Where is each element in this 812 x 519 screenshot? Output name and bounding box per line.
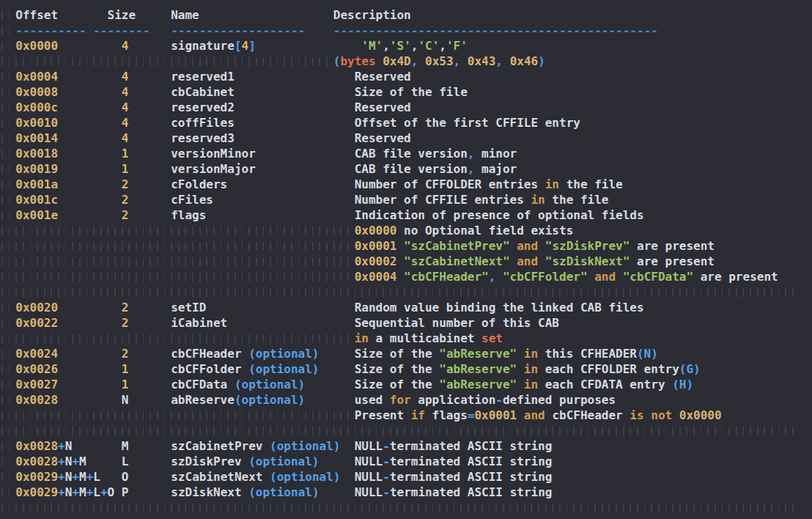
text-segment: 0x0000 4 (15, 39, 128, 53)
text-segment: set (481, 331, 503, 345)
text-segment (644, 408, 652, 422)
text-segment: no Optional field exists (396, 224, 573, 238)
text-segment: 0x001a 2 (15, 177, 128, 191)
text-segment: ) (538, 54, 545, 68)
whitespace-ticks (1, 470, 15, 484)
line: 0x0014 4 reserved3 Reserved (1, 130, 812, 146)
text-segment: M L szDiskPrev (79, 454, 248, 468)
text-segment: reserved2 Reserved (128, 100, 410, 114)
whitespace-ticks (1, 285, 800, 299)
text-segment: each CFDATA entry (538, 378, 672, 391)
text-segment (538, 254, 545, 268)
text-segment: (optional) (248, 347, 319, 361)
line: 0x0002 "szCabinetNext" and "szDiskNext" … (1, 254, 812, 269)
line: 0x000c 4 reserved2 Reserved (1, 100, 812, 115)
text-segment: L (93, 485, 100, 499)
text-segment: cbCFData (128, 378, 235, 391)
text-segment: + (58, 485, 65, 499)
text-segment: ---------- -------- ------------------- … (15, 23, 658, 37)
whitespace-ticks (1, 8, 15, 22)
text-segment: 'M' (361, 39, 383, 53)
line: 0x0000 no Optional field exists (1, 223, 812, 238)
text-segment: flags (425, 408, 468, 422)
line: 0x0022 2 iCabinet Sequential number of t… (1, 315, 812, 331)
text-segment (517, 378, 524, 391)
text-segment: , (411, 39, 418, 53)
line: ---------- -------- ------------------- … (1, 23, 812, 38)
text-segment: application (411, 393, 496, 407)
text-segment: , (468, 162, 475, 176)
text-segment: are present (630, 254, 715, 268)
text-segment: terminated ASCII string (390, 454, 553, 468)
text-segment: 0x0000 (679, 408, 722, 422)
line: 0x0026 1 cbCFFolder (optional) Size of t… (1, 361, 812, 377)
text-segment: "abReserve" (439, 378, 517, 391)
whitespace-ticks (1, 424, 800, 438)
text-segment: , (489, 270, 496, 284)
text-segment: , (495, 54, 503, 68)
line: 0x0028+N+M L szDiskPrev (optional) NULL-… (1, 454, 812, 469)
text-segment: 0x0024 2 (15, 347, 128, 361)
text-segment: major (474, 162, 517, 176)
text-segment: N (65, 454, 73, 468)
text-segment: + (72, 454, 79, 468)
whitespace-ticks (1, 347, 15, 361)
text-segment: Size of the (319, 362, 439, 376)
text-segment: 0x0004 4 (15, 70, 128, 84)
text-segment: 0x0027 1 (15, 378, 128, 391)
text-segment: 0x0001 (355, 239, 397, 253)
text-segment: (optional) (235, 378, 305, 391)
text-segment: iCabinet Sequential number of this CAB (128, 316, 559, 330)
text-segment: [ (235, 39, 242, 53)
text-segment: 0x0029 (15, 485, 58, 499)
whitespace-ticks (1, 485, 15, 499)
text-segment: 0x0008 4 (15, 85, 128, 99)
text-segment: "cbCFFolder" (503, 270, 588, 284)
line: 0x0027 1 cbCFData (optional) Size of the… (1, 377, 812, 392)
text-segment: (optional) (270, 470, 340, 484)
text-segment: Present (355, 408, 411, 422)
terminal-content: Offset Size Name Description ---------- … (1, 7, 812, 515)
text-segment: (optional) (248, 362, 319, 376)
text-segment (588, 270, 595, 284)
text-segment: 0x0022 2 (15, 316, 128, 330)
whitespace-ticks (1, 439, 15, 453)
line: Offset Size Name Description (1, 7, 812, 23)
text-segment: and (524, 408, 545, 422)
line: 0x0028 N abReserve(optional) used for ap… (1, 392, 812, 408)
line: 0x001c 2 cFiles Number of CFFILE entries… (1, 192, 812, 207)
text-segment: ] (248, 39, 256, 53)
whitespace-ticks (1, 162, 15, 176)
text-segment: 0x0000 (355, 224, 397, 238)
text-segment: for (390, 393, 411, 407)
whitespace-ticks (1, 177, 15, 191)
text-segment: 0x0001 (474, 408, 517, 422)
text-segment: (optional) (235, 393, 305, 407)
line: 0x0019 1 versionMajor CAB file version, … (1, 161, 812, 177)
text-segment: N abReserve (58, 393, 235, 407)
text-segment: 0x0004 (355, 270, 397, 284)
text-segment: flags Indication of presence of optional… (128, 208, 643, 222)
text-segment: 0x4D (383, 54, 411, 68)
line: 0x0004 "cbCFHeader", "cbCFFolder" and "c… (1, 269, 812, 284)
text-segment (376, 54, 383, 68)
text-segment (517, 362, 524, 376)
text-segment (510, 239, 517, 253)
line: 0x0028+N M szCabinetPrev (optional) NULL… (1, 438, 812, 454)
line (1, 500, 812, 515)
line: 0x0004 4 reserved1 Reserved (1, 69, 812, 84)
text-segment (495, 270, 503, 284)
whitespace-ticks (1, 393, 15, 407)
whitespace-ticks (1, 85, 15, 99)
text-segment: , (383, 39, 390, 53)
line: 0x0020 2 setID Random value binding the … (1, 300, 812, 315)
text-segment: - (495, 393, 503, 407)
text-segment: 0x000c 4 (15, 100, 128, 114)
line: 0x0029+N+M+L O szCabinetNext (optional) … (1, 469, 812, 485)
text-segment: terminated ASCII string (390, 485, 553, 499)
text-segment: reserved3 Reserved (128, 131, 410, 145)
text-segment: 'C' (418, 39, 439, 53)
text-segment: defined purposes (503, 393, 616, 407)
text-segment: (N) (637, 347, 658, 361)
text-segment: cbCFFolder (128, 362, 248, 376)
